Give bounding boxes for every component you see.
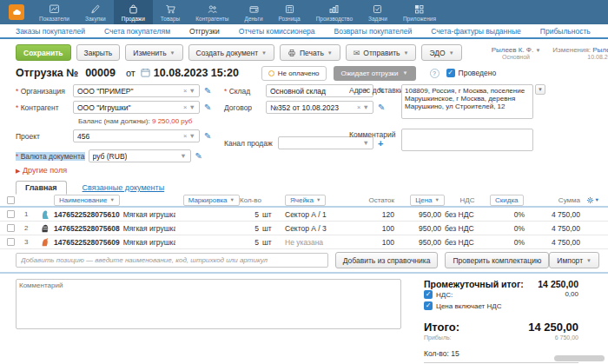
- chevron-down-icon[interactable]: ▼: [180, 152, 186, 160]
- subnav-otgruzki[interactable]: Отгрузки: [189, 27, 220, 36]
- currency-select[interactable]: руб (RUB) ▼: [89, 149, 191, 162]
- apps-icon: [413, 3, 425, 15]
- nav-item-proizvodstvo[interactable]: Производство: [308, 0, 360, 24]
- subnav-zakazy-pokupatelei[interactable]: Заказы покупателей: [16, 27, 85, 36]
- moysklad-logo[interactable]: [5, 0, 28, 24]
- price-value[interactable]: 950,00: [398, 210, 445, 219]
- row-checkbox[interactable]: [7, 224, 15, 232]
- discount-value[interactable]: 0%: [490, 210, 528, 219]
- qty-value[interactable]: 5: [240, 210, 262, 219]
- tab-main[interactable]: Главная: [16, 181, 67, 195]
- print-button[interactable]: Печать▼: [280, 44, 340, 61]
- create-document-button[interactable]: Создать документ▼: [188, 44, 274, 61]
- qty-value[interactable]: 5: [240, 224, 262, 233]
- subnav-vozvraty-pokupatelei[interactable]: Возвраты покупателей: [334, 27, 413, 36]
- subnav-scheta-pokupatelyam[interactable]: Счета покупателям: [104, 27, 170, 36]
- nav-item-prodazhi[interactable]: Продажи: [114, 0, 153, 24]
- organization-select[interactable]: ООО "ПРИМЕР" × ▼: [73, 84, 200, 97]
- table-row[interactable]: 2 1476522528075608Мягкая игрушка "Зебра"…: [0, 222, 608, 235]
- nav-item-zadachi[interactable]: Задачи: [360, 0, 395, 24]
- sort-name-button[interactable]: Наименование▼: [54, 195, 120, 206]
- document-datetime[interactable]: 10.08.2023 15:20: [154, 67, 239, 79]
- sort-discount-button[interactable]: Скидка: [490, 195, 524, 206]
- horizontal-scrollbar-thumb[interactable]: [554, 355, 605, 361]
- nav-item-pokazateli[interactable]: Показатели: [31, 0, 77, 24]
- app-window: Показатели Закупки Продажи Товары Контра…: [0, 0, 608, 364]
- price-includes-vat-checkbox[interactable]: [424, 301, 433, 310]
- chevron-down-icon: ▼: [586, 258, 591, 263]
- payment-status-button[interactable]: Не оплачено: [261, 66, 327, 81]
- cell-value-empty[interactable]: Не указана: [285, 238, 356, 247]
- calendar-icon[interactable]: [141, 65, 150, 81]
- add-from-catalog-button[interactable]: Добавить из справочника: [335, 252, 439, 268]
- save-button[interactable]: Сохранить: [16, 44, 71, 61]
- last-changes[interactable]: Изменения: Рылеев К. Ф. 10.08.2023 15:23: [552, 46, 608, 60]
- select-all-checkbox[interactable]: [7, 196, 15, 204]
- nav-item-dengi[interactable]: Деньги: [237, 0, 271, 24]
- edit-pencil-icon[interactable]: ✎: [204, 131, 211, 141]
- qty-value[interactable]: 5: [240, 238, 262, 247]
- sort-marking-button[interactable]: Маркировка▼: [183, 195, 240, 206]
- table-settings-button[interactable]: ▼: [584, 196, 599, 204]
- project-select[interactable]: 456 × ▼: [73, 129, 200, 142]
- edit-pencil-icon[interactable]: ✎: [195, 151, 202, 161]
- cell-value[interactable]: Сектор А / 3: [285, 224, 356, 233]
- document-number[interactable]: 00009: [85, 67, 116, 79]
- edo-button[interactable]: ЭДО▼: [421, 44, 461, 61]
- delivery-address-textarea[interactable]: 108809, Россия, г Москва, поселение Мару…: [401, 84, 533, 119]
- nav-item-tovary[interactable]: Товары: [153, 0, 188, 24]
- address-dropdown-button[interactable]: ▼: [535, 84, 545, 95]
- nav-item-zakupki[interactable]: Закупки: [77, 0, 114, 24]
- nav-item-kontragenty[interactable]: Контрагенты: [188, 0, 236, 24]
- edit-pencil-icon[interactable]: ✎: [204, 103, 211, 112]
- row-checkbox[interactable]: [7, 210, 15, 218]
- nav-item-prilozheniya[interactable]: Приложения: [395, 0, 444, 24]
- edit-pencil-icon[interactable]: ✎: [204, 86, 211, 96]
- table-row[interactable]: 3 1476522528075609Мягкая игрушка "Лисено…: [0, 235, 608, 249]
- subnav-otchety-komissionera[interactable]: Отчеты комиссионера: [239, 27, 315, 36]
- price-value[interactable]: 950,00: [398, 224, 445, 233]
- current-user[interactable]: Рылеев К. Ф. ▼ Основной: [492, 46, 541, 60]
- workflow-state-button[interactable]: Ожидает отгрузки ▼: [334, 66, 416, 81]
- other-fields-toggle[interactable]: ▶ Другие поля: [0, 166, 608, 175]
- cell-value[interactable]: Сектор А / 1: [285, 210, 356, 219]
- vat-checkbox[interactable]: [424, 290, 433, 299]
- discount-value[interactable]: 0%: [490, 238, 528, 247]
- sort-cell-button[interactable]: Ячейка▼: [285, 195, 326, 206]
- tab-linked-documents[interactable]: Связанные документы: [79, 182, 169, 194]
- sort-price-button[interactable]: Цена▼: [410, 195, 445, 206]
- stock-value: 100: [356, 238, 398, 247]
- vat-value: без НДС: [445, 224, 490, 233]
- chevron-down-icon[interactable]: ▼: [189, 103, 195, 111]
- counterparty-select[interactable]: ООО "Игрушки" × ▼: [73, 101, 200, 114]
- check-completeness-button[interactable]: Проверить комплектацию: [445, 252, 549, 268]
- cart-icon: [165, 3, 176, 15]
- price-value[interactable]: 950,00: [398, 238, 445, 247]
- row-checkbox[interactable]: [7, 238, 15, 246]
- footer-comment-textarea[interactable]: [16, 279, 401, 329]
- vat-value: без НДС: [445, 210, 490, 219]
- import-button[interactable]: Импорт▼: [549, 252, 599, 268]
- table-row[interactable]: 1 1476522528075610Мягкая игрушка "Диноза…: [0, 208, 608, 222]
- send-button[interactable]: ✉ Отправить▼: [346, 44, 417, 61]
- chevron-down-icon[interactable]: ▼: [189, 87, 195, 95]
- nav-item-roznica[interactable]: Розница: [271, 0, 308, 24]
- clear-icon[interactable]: ×: [183, 103, 187, 111]
- counterparty-value: ООО "Игрушки": [77, 103, 131, 112]
- chevron-down-icon[interactable]: ▼: [189, 132, 195, 140]
- qty-header: Кол-во: [240, 196, 285, 204]
- close-button[interactable]: Закрыть: [76, 44, 121, 61]
- add-position-input[interactable]: [16, 253, 328, 268]
- edit-button[interactable]: Изменить▼: [125, 44, 182, 61]
- subnav-scheta-faktury[interactable]: Счета-фактуры выданные: [431, 27, 521, 36]
- subnav-pribylnost[interactable]: Прибыльность: [540, 27, 591, 36]
- user-name: Рылеев К. Ф.: [492, 46, 534, 54]
- footer-comment-block: [16, 279, 401, 364]
- from-label: от: [126, 68, 135, 78]
- approved-checkbox[interactable]: [446, 69, 455, 77]
- comment-field-textarea[interactable]: [401, 129, 533, 151]
- clear-icon[interactable]: ×: [183, 87, 187, 95]
- clear-icon[interactable]: ×: [183, 132, 187, 140]
- help-icon[interactable]: ?: [430, 69, 439, 78]
- discount-value[interactable]: 0%: [490, 224, 528, 233]
